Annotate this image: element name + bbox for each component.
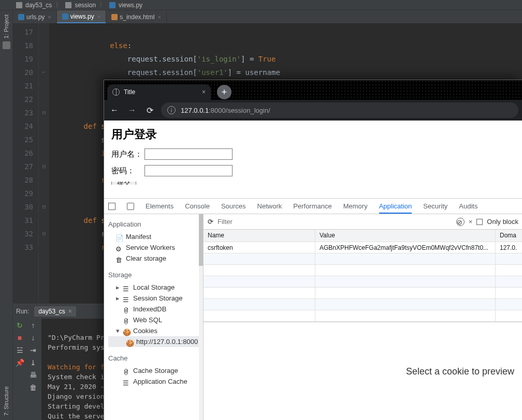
tab-label: urls.py xyxy=(26,13,45,21)
table-row[interactable]: csrftoken AGBnXPHFWceFGa2mafjtFa9tsyVOEm… xyxy=(204,242,522,253)
submit-button[interactable]: 提交 xyxy=(111,182,136,185)
run-toolbar: ↻ ■ ☱ 📌 ↑ ↓ ⇥ ⤓ 🖶 🗑 xyxy=(13,319,41,420)
tab-audits[interactable]: Audits xyxy=(459,202,477,210)
print-icon[interactable]: 🖶 xyxy=(28,370,38,380)
section-cache: Cache xyxy=(108,354,203,362)
close-icon[interactable]: × xyxy=(158,14,161,20)
sidebar-item-session-storage[interactable]: ▸☰Session Storage xyxy=(108,293,203,304)
stop-icon[interactable]: ■ xyxy=(15,333,24,342)
structure-toolwindow-label[interactable]: 7: Structure xyxy=(3,386,9,416)
sidebar-item-manifest[interactable]: 📄Manifest xyxy=(108,231,203,242)
table-row[interactable] xyxy=(204,299,522,310)
run-config-tab[interactable]: day53_cs × xyxy=(34,306,76,317)
device-toggle-icon[interactable] xyxy=(127,203,134,210)
tab-performance[interactable]: Performance xyxy=(293,202,331,210)
tab-memory[interactable]: Memory xyxy=(343,202,368,210)
sidebar-item-clear-storage[interactable]: 🗑Clear storage xyxy=(108,253,203,264)
tab-s-index-html[interactable]: s_index.html × xyxy=(106,10,167,23)
cell-name: csrftoken xyxy=(204,242,315,253)
sidebar-item-indexeddb[interactable]: 🛢IndexedDB xyxy=(108,304,203,314)
layout-icon[interactable]: ☱ xyxy=(15,346,24,355)
site-info-icon[interactable]: i xyxy=(167,106,176,114)
table-header: Name Value Doma xyxy=(204,230,522,242)
sidebar-item-cookies[interactable]: ▾🍪Cookies xyxy=(108,325,203,336)
chevron-right-icon: ▸ xyxy=(115,283,120,291)
browser-window: Title × + ← → ⟳ i 127.0.0.1:8000/session… xyxy=(104,80,522,420)
col-domain[interactable]: Doma xyxy=(496,230,522,242)
tab-sources[interactable]: Sources xyxy=(221,202,246,210)
fold-gutter[interactable]: ⌐ ⊟⊟ ⊟⊟ xyxy=(39,23,49,304)
tab-console[interactable]: Console xyxy=(185,202,210,210)
only-blocked-checkbox[interactable] xyxy=(476,219,483,225)
back-button[interactable]: ← xyxy=(108,106,121,115)
tab-label: views.py xyxy=(70,13,94,20)
editor-tab-bar: urls.py × views.py × s_index.html × xyxy=(0,10,522,23)
page-content: 用户登录 用户名： 密码： 提交 xyxy=(104,121,522,196)
table-row[interactable] xyxy=(204,288,522,299)
wrap-icon[interactable]: ⇥ xyxy=(28,346,38,355)
cell-value: AGBnXPHFWceFGa2mafjtFa9tsyVOEm0MWqf2vVCf… xyxy=(315,242,496,253)
sidebar-item-websql[interactable]: 🛢Web SQL xyxy=(108,314,203,325)
sidebar-item-service-workers[interactable]: ⚙Service Workers xyxy=(108,242,203,253)
close-icon[interactable]: × xyxy=(202,88,206,96)
reload-button[interactable]: ⟳ xyxy=(143,106,156,115)
cookie-icon: 🍪 xyxy=(126,339,133,344)
db-icon: 🛢 xyxy=(123,307,130,312)
clear-icon[interactable]: × xyxy=(469,218,473,226)
up-icon[interactable]: ↑ xyxy=(28,321,38,330)
down-icon[interactable]: ↓ xyxy=(28,333,38,342)
breadcrumb-folder[interactable]: session xyxy=(75,2,96,9)
filter-input[interactable] xyxy=(218,218,452,226)
breadcrumb-file[interactable]: views.py xyxy=(119,2,142,9)
scrollbar[interactable] xyxy=(199,214,203,420)
chevron-down-icon: ▾ xyxy=(115,327,120,335)
breadcrumb-project[interactable]: day53_cs xyxy=(25,2,52,9)
project-toolwindow-label[interactable]: 1: Project xyxy=(3,14,9,38)
block-icon[interactable]: ⊘ xyxy=(456,218,465,226)
rerun-icon[interactable]: ↻ xyxy=(15,321,24,330)
storage-icon: ☰ xyxy=(123,379,130,384)
globe-icon xyxy=(112,88,120,96)
line-number-gutter: 171819 202122 232425 262728 293031 3233 xyxy=(13,23,39,304)
tab-urls-py[interactable]: urls.py × xyxy=(13,10,57,23)
cookie-toolbar: ⟳ ⊘ × Only block xyxy=(204,214,522,230)
browser-tab[interactable]: Title × xyxy=(107,84,211,100)
password-input[interactable] xyxy=(144,165,233,176)
tab-views-py[interactable]: views.py × xyxy=(57,10,106,23)
run-label: Run: xyxy=(16,308,29,315)
table-row[interactable] xyxy=(204,253,522,265)
py-file-icon xyxy=(18,14,24,20)
storage-icon: ☰ xyxy=(123,296,130,301)
section-application: Application xyxy=(108,220,203,228)
close-icon[interactable]: × xyxy=(97,13,100,20)
table-row[interactable] xyxy=(204,276,522,288)
table-row[interactable] xyxy=(204,265,522,276)
sidebar-item-app-cache[interactable]: ☰Application Cache xyxy=(108,376,203,387)
sidebar-item-local-storage[interactable]: ▸☰Local Storage xyxy=(108,282,203,293)
address-bar[interactable]: i 127.0.0.1:8000/session_login/ xyxy=(161,102,518,118)
sidebar-item-cache-storage[interactable]: 🛢Cache Storage xyxy=(108,365,203,376)
only-blocked-label: Only block xyxy=(487,218,518,226)
forward-button[interactable]: → xyxy=(126,106,138,115)
table-row[interactable] xyxy=(204,310,522,322)
sidebar-item-cookie-host[interactable]: 🍪http://127.0.0.1:8000 xyxy=(108,336,203,347)
cookie-preview-placeholder: Select a cookie to preview xyxy=(204,322,522,420)
browser-chrome: Title × + ← → ⟳ i 127.0.0.1:8000/session… xyxy=(104,80,522,121)
cookie-table[interactable]: Name Value Doma csrftoken AGBnXPHFWceFGa… xyxy=(204,230,522,322)
trash-icon[interactable]: 🗑 xyxy=(28,383,38,392)
refresh-icon[interactable]: ⟳ xyxy=(208,218,213,226)
folder-icon xyxy=(65,2,71,8)
close-icon[interactable]: × xyxy=(68,308,72,315)
new-tab-button[interactable]: + xyxy=(217,85,231,99)
tab-security[interactable]: Security xyxy=(423,202,447,210)
username-input[interactable] xyxy=(144,148,233,160)
tab-network[interactable]: Network xyxy=(257,202,282,210)
pin-icon[interactable]: 📌 xyxy=(15,358,24,367)
col-value[interactable]: Value xyxy=(315,230,496,242)
close-icon[interactable]: × xyxy=(48,14,51,20)
scroll-icon[interactable]: ⤓ xyxy=(28,358,38,367)
tab-elements[interactable]: Elements xyxy=(146,202,173,210)
inspect-icon[interactable] xyxy=(108,203,115,210)
tab-application[interactable]: Application xyxy=(379,202,412,214)
col-name[interactable]: Name xyxy=(204,230,315,242)
